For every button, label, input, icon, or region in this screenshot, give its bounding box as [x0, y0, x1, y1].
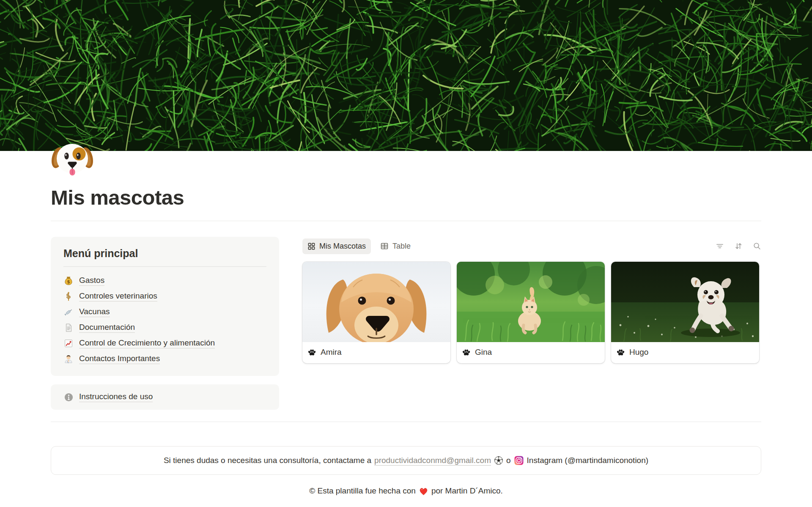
menu-link-label[interactable]: Instrucciones de uso: [79, 392, 153, 402]
menu-link-label[interactable]: Documentación: [79, 323, 135, 333]
menu-link-label[interactable]: Vacunas: [79, 307, 110, 317]
menu-item-documentacion[interactable]: Documentación: [63, 320, 266, 335]
grass-texture: [0, 0, 812, 151]
footer-divider: [51, 422, 761, 422]
separator-text: o: [506, 456, 511, 465]
paw-icon: [616, 348, 625, 357]
tab-label: Mis Mascotas: [319, 242, 366, 251]
document-icon: [63, 323, 74, 333]
pet-photo-golden-retriever-puppy: [302, 262, 450, 342]
menu-item-instrucciones[interactable]: Instrucciones de uso: [63, 392, 266, 402]
pet-name: Amira: [321, 348, 342, 357]
instructions-box: Instrucciones de uso: [51, 384, 279, 410]
info-icon: [63, 392, 74, 402]
card-hugo[interactable]: Hugo: [611, 262, 759, 363]
menu-divider: [63, 266, 266, 267]
credit-text-prefix: © Esta plantilla fue hecha con: [309, 486, 416, 496]
instagram-link[interactable]: Instagram (@martindamiconotion): [527, 456, 649, 465]
card-caption: Amira: [302, 342, 450, 363]
table-icon: [380, 242, 389, 250]
menu-link-label[interactable]: Controles veterinarios: [79, 291, 157, 301]
filter-icon[interactable]: [716, 242, 724, 250]
paw-icon: [462, 348, 471, 357]
page-icon[interactable]: [51, 137, 94, 177]
money-bag-icon: $: [63, 276, 74, 286]
database-toolbar: Mis Mascotas Table: [302, 237, 761, 255]
gallery-icon: [307, 242, 315, 250]
contact-text: Si tienes dudas o necesitas una consulto…: [164, 456, 371, 465]
contact-callout: Si tienes dudas o necesitas una consulto…: [51, 446, 761, 475]
left-column: Menú principal $ Gastos: [51, 237, 279, 410]
pet-name: Hugo: [629, 348, 648, 357]
gallery-cards: Amira: [302, 262, 761, 363]
notion-page: Mis mascotas Menú principal $: [0, 0, 812, 507]
title-divider: [51, 221, 761, 221]
card-caption: Hugo: [611, 342, 759, 363]
credit-line: © Esta plantilla fue hecha con por Marti…: [51, 486, 761, 496]
sort-icon[interactable]: [734, 242, 743, 250]
card-caption: Gina: [457, 342, 605, 363]
instagram-icon: [514, 455, 524, 466]
search-icon[interactable]: [753, 242, 761, 250]
tab-label: Table: [392, 242, 411, 251]
menu-item-contactos-importantes[interactable]: Contactos Importantes: [63, 351, 266, 367]
health-worker-icon: [63, 354, 74, 364]
menu-link-label[interactable]: Control de Crecimiento y alimentación: [79, 338, 215, 348]
svg-text:$: $: [67, 279, 70, 284]
medical-symbol-icon: [63, 291, 74, 301]
menu-item-gastos[interactable]: $ Gastos: [63, 273, 266, 288]
syringe-icon: [63, 307, 74, 317]
menu-item-vacunas[interactable]: Vacunas: [63, 304, 266, 320]
chart-increasing-icon: [63, 338, 74, 348]
tab-table[interactable]: Table: [378, 238, 413, 254]
credit-text-suffix: por Martin D´Amico.: [431, 486, 503, 496]
pet-name: Gina: [475, 348, 492, 357]
pet-photo-kitten-walking-in-grass: [457, 262, 605, 342]
soccer-ball-icon: [494, 456, 503, 465]
email-link[interactable]: productividadconmd@gmail.com: [374, 456, 491, 466]
page-title: Mis mascotas: [51, 186, 761, 209]
menu-title: Menú principal: [63, 247, 266, 260]
menu-item-controles-veterinarios[interactable]: Controles veterinarios: [63, 288, 266, 304]
menu-link-label[interactable]: Contactos Importantes: [79, 354, 160, 364]
card-amira[interactable]: Amira: [302, 262, 450, 363]
pet-photo-white-fluffy-dog-running: [611, 262, 759, 342]
right-column: Mis Mascotas Table: [302, 237, 761, 410]
main-menu-box: Menú principal $ Gastos: [51, 237, 279, 376]
cover-image: [0, 0, 812, 151]
card-gina[interactable]: Gina: [457, 262, 605, 363]
menu-link-label[interactable]: Gastos: [79, 276, 104, 286]
dog-face-emoji-icon: [51, 137, 94, 177]
heart-icon: [419, 487, 428, 496]
main-columns: Menú principal $ Gastos: [51, 237, 761, 410]
menu-item-control-crecimiento[interactable]: Control de Crecimiento y alimentación: [63, 335, 266, 351]
toolbar-actions: [716, 242, 761, 250]
tab-mis-mascotas[interactable]: Mis Mascotas: [302, 238, 371, 254]
paw-icon: [307, 348, 316, 357]
